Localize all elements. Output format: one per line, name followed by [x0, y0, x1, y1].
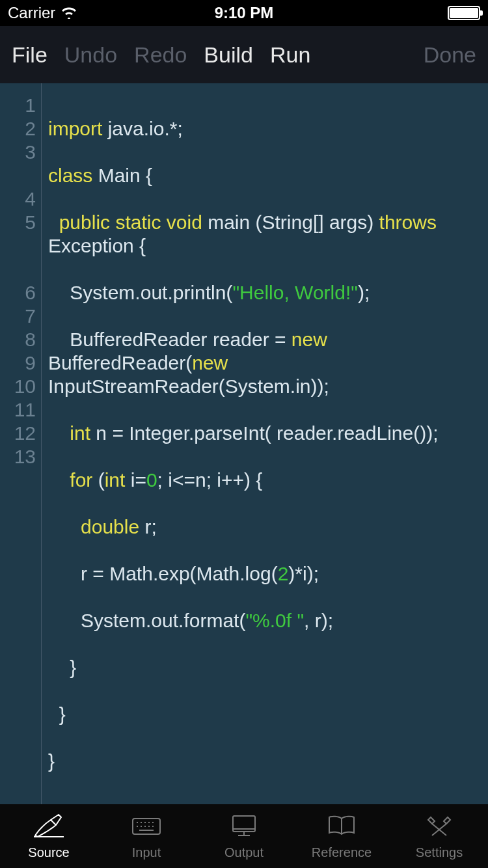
- clock: 9:10 PM: [215, 4, 274, 22]
- undo-button[interactable]: Undo: [64, 42, 117, 68]
- tab-label: Reference: [312, 845, 372, 860]
- tab-input[interactable]: Input: [98, 812, 195, 860]
- status-left: Carrier: [8, 3, 77, 23]
- pen-icon: [31, 812, 66, 843]
- carrier-label: Carrier: [8, 4, 55, 22]
- tab-label: Output: [224, 845, 264, 860]
- tools-icon: [422, 812, 457, 843]
- tab-bar: Source Input Output Reference Settings: [0, 804, 488, 868]
- book-icon: [324, 812, 359, 843]
- tab-settings[interactable]: Settings: [390, 812, 488, 860]
- toolbar: File Undo Redo Build Run Done: [0, 26, 488, 83]
- tab-label: Input: [132, 845, 161, 860]
- tab-source[interactable]: Source: [0, 812, 98, 860]
- tab-output[interactable]: Output: [195, 812, 293, 860]
- run-button[interactable]: Run: [270, 42, 310, 68]
- battery-icon: [448, 6, 480, 20]
- code-editor[interactable]: 12345678910111213 import java.io.*; clas…: [0, 83, 488, 804]
- monitor-icon: [226, 812, 262, 843]
- tab-reference[interactable]: Reference: [293, 812, 390, 860]
- wifi-icon: [61, 3, 77, 23]
- build-button[interactable]: Build: [204, 42, 253, 68]
- line-number-gutter: 12345678910111213: [0, 83, 42, 804]
- code-area[interactable]: import java.io.*; class Main { public st…: [42, 83, 488, 804]
- status-bar: Carrier 9:10 PM: [0, 0, 488, 26]
- tab-label: Settings: [416, 845, 463, 860]
- redo-button[interactable]: Redo: [134, 42, 187, 68]
- tab-label: Source: [28, 845, 69, 860]
- done-button[interactable]: Done: [424, 42, 476, 68]
- keyboard-icon: [129, 812, 164, 843]
- file-button[interactable]: File: [12, 42, 47, 68]
- status-right: [448, 6, 480, 20]
